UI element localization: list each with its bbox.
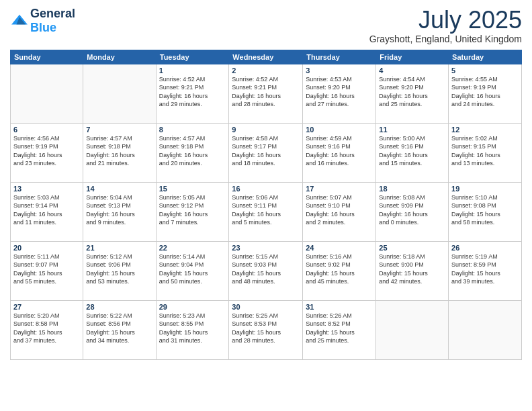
day-info: Sunrise: 5:20 AM Sunset: 8:58 PM Dayligh… — [13, 312, 80, 345]
day-info: Sunrise: 5:06 AM Sunset: 9:11 PM Dayligh… — [232, 193, 300, 227]
day-number: 12 — [451, 126, 519, 134]
calendar-cell — [449, 300, 522, 359]
day-number: 2 — [232, 66, 300, 75]
day-number: 6 — [13, 126, 80, 134]
calendar-cell — [11, 64, 83, 123]
day-number: 21 — [86, 244, 152, 252]
day-info: Sunrise: 4:52 AM Sunset: 9:21 PM Dayligh… — [232, 75, 300, 109]
logo-general: General — [30, 7, 75, 20]
calendar-week-2: 13Sunrise: 5:03 AM Sunset: 9:14 PM Dayli… — [11, 182, 522, 241]
calendar-cell: 22Sunrise: 5:14 AM Sunset: 9:04 PM Dayli… — [156, 241, 229, 300]
day-info: Sunrise: 5:19 AM Sunset: 8:59 PM Dayligh… — [451, 253, 519, 286]
day-info: Sunrise: 4:56 AM Sunset: 9:19 PM Dayligh… — [13, 134, 80, 168]
calendar-cell: 19Sunrise: 5:10 AM Sunset: 9:08 PM Dayli… — [449, 182, 522, 241]
day-number: 31 — [306, 303, 373, 311]
calendar-header-sunday: Sunday — [11, 50, 83, 64]
calendar-week-3: 20Sunrise: 5:11 AM Sunset: 9:07 PM Dayli… — [11, 241, 522, 300]
day-info: Sunrise: 5:08 AM Sunset: 9:09 PM Dayligh… — [379, 193, 445, 227]
page: General Blue July 2025 Grayshott, Englan… — [0, 0, 532, 411]
day-info: Sunrise: 4:52 AM Sunset: 9:21 PM Dayligh… — [159, 75, 226, 109]
day-info: Sunrise: 4:59 AM Sunset: 9:16 PM Dayligh… — [306, 134, 373, 168]
calendar-cell: 6Sunrise: 4:56 AM Sunset: 9:19 PM Daylig… — [11, 123, 83, 182]
calendar-cell: 30Sunrise: 5:25 AM Sunset: 8:53 PM Dayli… — [229, 300, 303, 359]
day-info: Sunrise: 5:16 AM Sunset: 9:02 PM Dayligh… — [306, 253, 373, 286]
day-info: Sunrise: 5:23 AM Sunset: 8:55 PM Dayligh… — [159, 312, 226, 345]
day-number: 29 — [159, 303, 226, 311]
day-info: Sunrise: 5:22 AM Sunset: 8:56 PM Dayligh… — [86, 312, 152, 345]
logo: General Blue — [10, 7, 75, 35]
calendar-cell: 9Sunrise: 4:58 AM Sunset: 9:17 PM Daylig… — [229, 123, 303, 182]
day-number: 9 — [232, 126, 300, 134]
calendar-cell: 5Sunrise: 4:55 AM Sunset: 9:19 PM Daylig… — [449, 64, 522, 123]
day-info: Sunrise: 4:57 AM Sunset: 9:18 PM Dayligh… — [159, 134, 226, 168]
day-number: 3 — [306, 66, 373, 75]
day-number: 1 — [159, 66, 226, 75]
calendar-cell: 10Sunrise: 4:59 AM Sunset: 9:16 PM Dayli… — [303, 123, 376, 182]
day-number: 17 — [306, 185, 373, 193]
day-info: Sunrise: 5:11 AM Sunset: 9:07 PM Dayligh… — [13, 253, 80, 286]
calendar-cell — [376, 300, 449, 359]
day-info: Sunrise: 5:14 AM Sunset: 9:04 PM Dayligh… — [159, 253, 226, 286]
day-number: 18 — [379, 185, 445, 193]
day-info: Sunrise: 4:58 AM Sunset: 9:17 PM Dayligh… — [232, 134, 300, 168]
day-number: 28 — [86, 303, 152, 311]
calendar-header-thursday: Thursday — [303, 50, 376, 64]
day-info: Sunrise: 5:26 AM Sunset: 8:52 PM Dayligh… — [306, 312, 373, 345]
calendar-cell: 20Sunrise: 5:11 AM Sunset: 9:07 PM Dayli… — [11, 241, 83, 300]
calendar-week-0: 1Sunrise: 4:52 AM Sunset: 9:21 PM Daylig… — [11, 64, 522, 123]
header: General Blue July 2025 Grayshott, Englan… — [10, 7, 522, 44]
day-number: 19 — [451, 185, 519, 193]
day-info: Sunrise: 5:03 AM Sunset: 9:14 PM Dayligh… — [13, 193, 80, 227]
day-info: Sunrise: 5:25 AM Sunset: 8:53 PM Dayligh… — [232, 312, 300, 345]
day-number: 30 — [232, 303, 300, 311]
day-number: 7 — [86, 126, 152, 134]
calendar-cell: 13Sunrise: 5:03 AM Sunset: 9:14 PM Dayli… — [11, 182, 83, 241]
day-info: Sunrise: 5:18 AM Sunset: 9:00 PM Dayligh… — [379, 253, 445, 286]
day-number: 15 — [159, 185, 226, 193]
day-number: 23 — [232, 244, 300, 252]
calendar-header-wednesday: Wednesday — [229, 50, 303, 64]
day-info: Sunrise: 4:54 AM Sunset: 9:20 PM Dayligh… — [379, 75, 445, 109]
day-number: 24 — [306, 244, 373, 252]
calendar-cell: 25Sunrise: 5:18 AM Sunset: 9:00 PM Dayli… — [376, 241, 449, 300]
day-info: Sunrise: 5:15 AM Sunset: 9:03 PM Dayligh… — [232, 253, 300, 286]
day-number: 16 — [232, 185, 300, 193]
calendar-header-row: SundayMondayTuesdayWednesdayThursdayFrid… — [11, 50, 522, 64]
day-info: Sunrise: 5:12 AM Sunset: 9:06 PM Dayligh… — [86, 253, 152, 286]
day-number: 26 — [451, 244, 519, 252]
calendar-cell: 27Sunrise: 5:20 AM Sunset: 8:58 PM Dayli… — [11, 300, 83, 359]
day-number: 20 — [13, 244, 80, 252]
month-title: July 2025 — [369, 7, 522, 34]
calendar-cell: 7Sunrise: 4:57 AM Sunset: 9:18 PM Daylig… — [83, 123, 156, 182]
calendar-cell: 4Sunrise: 4:54 AM Sunset: 9:20 PM Daylig… — [376, 64, 449, 123]
calendar-header-saturday: Saturday — [449, 50, 522, 64]
calendar-cell: 23Sunrise: 5:15 AM Sunset: 9:03 PM Dayli… — [229, 241, 303, 300]
calendar-table: SundayMondayTuesdayWednesdayThursdayFrid… — [10, 50, 522, 360]
calendar-cell — [83, 64, 156, 123]
day-info: Sunrise: 5:05 AM Sunset: 9:12 PM Dayligh… — [159, 193, 226, 227]
day-number: 22 — [159, 244, 226, 252]
day-info: Sunrise: 4:53 AM Sunset: 9:20 PM Dayligh… — [306, 75, 373, 109]
calendar-cell: 2Sunrise: 4:52 AM Sunset: 9:21 PM Daylig… — [229, 64, 303, 123]
day-number: 13 — [13, 185, 80, 193]
day-info: Sunrise: 5:00 AM Sunset: 9:16 PM Dayligh… — [379, 134, 445, 168]
day-info: Sunrise: 5:04 AM Sunset: 9:13 PM Dayligh… — [86, 193, 152, 227]
calendar-cell: 31Sunrise: 5:26 AM Sunset: 8:52 PM Dayli… — [303, 300, 376, 359]
day-number: 8 — [159, 126, 226, 134]
day-number: 10 — [306, 126, 373, 134]
day-number: 14 — [86, 185, 152, 193]
calendar-cell: 12Sunrise: 5:02 AM Sunset: 9:15 PM Dayli… — [449, 123, 522, 182]
calendar-header-friday: Friday — [376, 50, 449, 64]
calendar-cell: 26Sunrise: 5:19 AM Sunset: 8:59 PM Dayli… — [449, 241, 522, 300]
calendar-week-1: 6Sunrise: 4:56 AM Sunset: 9:19 PM Daylig… — [11, 123, 522, 182]
day-info: Sunrise: 4:57 AM Sunset: 9:18 PM Dayligh… — [86, 134, 152, 168]
calendar-cell: 11Sunrise: 5:00 AM Sunset: 9:16 PM Dayli… — [376, 123, 449, 182]
calendar-cell: 29Sunrise: 5:23 AM Sunset: 8:55 PM Dayli… — [156, 300, 229, 359]
calendar-cell: 28Sunrise: 5:22 AM Sunset: 8:56 PM Dayli… — [83, 300, 156, 359]
calendar-header-monday: Monday — [83, 50, 156, 64]
logo-blue: Blue — [30, 21, 56, 34]
day-number: 25 — [379, 244, 445, 252]
calendar-week-4: 27Sunrise: 5:20 AM Sunset: 8:58 PM Dayli… — [11, 300, 522, 359]
calendar-header-tuesday: Tuesday — [156, 50, 229, 64]
title-block: July 2025 Grayshott, England, United Kin… — [369, 7, 522, 44]
